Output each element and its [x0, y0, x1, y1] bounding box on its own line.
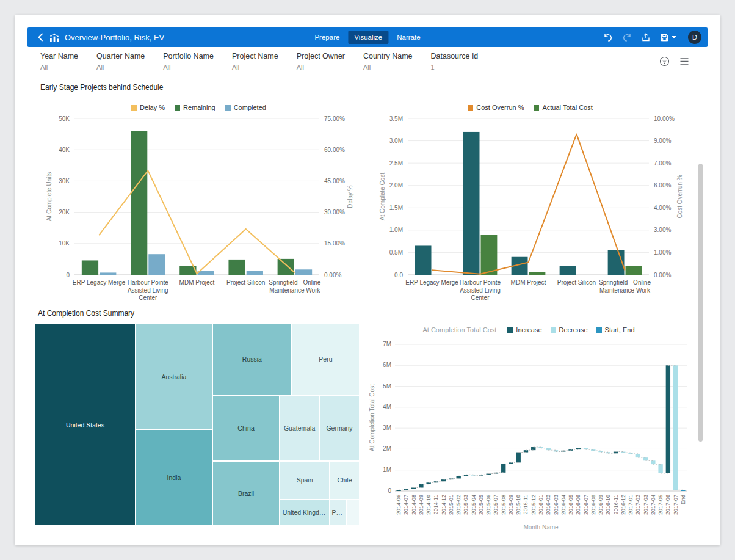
- tab-narrate[interactable]: Narrate: [391, 31, 426, 44]
- treemap-node-cell[interactable]: [347, 500, 360, 526]
- waterfall-bar-end[interactable]: [681, 490, 685, 491]
- treemap-node-china[interactable]: China: [212, 395, 280, 461]
- treemap-node-india[interactable]: India: [136, 429, 212, 526]
- waterfall-bar-2015-08[interactable]: [501, 464, 505, 472]
- filter-project-owner[interactable]: Project OwnerAll: [297, 52, 345, 71]
- treemap-node-peru[interactable]: Peru: [292, 324, 360, 395]
- line-delay[interactable]: [99, 170, 295, 274]
- filter-datasource-id[interactable]: Datasource Id1: [431, 52, 479, 71]
- cost-overrun-actual-cost-chart[interactable]: Cost Overrun %Actual Total Cost0.00.5M1.…: [374, 96, 687, 310]
- chart-logo-icon: [49, 33, 60, 42]
- waterfall-bar-2017-03[interactable]: [643, 457, 648, 460]
- avatar[interactable]: D: [688, 31, 701, 44]
- treemap-node-guatemala[interactable]: Guatemala: [280, 395, 319, 461]
- waterfall-bar-2014-06[interactable]: [396, 490, 400, 491]
- bar-remaining[interactable]: [131, 131, 147, 275]
- y-axis-tick-label: 1M: [383, 467, 391, 473]
- x-axis-tick-label: 2016-12: [620, 495, 626, 515]
- treemap-label: Spain: [295, 476, 314, 484]
- treemap-node-spain[interactable]: Spain: [280, 461, 330, 500]
- waterfall-bar-2017-01[interactable]: [628, 453, 632, 454]
- treemap-node-chile[interactable]: Chile: [330, 461, 360, 500]
- waterfall-bar-2016-12[interactable]: [621, 452, 625, 453]
- delay-remaining-completed-chart[interactable]: Delay %RemainingCompleted010K20K30K40K50…: [40, 96, 357, 310]
- filter-portfolio-name[interactable]: Portfolio NameAll: [163, 52, 214, 71]
- treemap-node-pan[interactable]: Pan...: [330, 500, 347, 526]
- waterfall-bar-2014-08[interactable]: [411, 488, 416, 489]
- bar-remaining[interactable]: [82, 260, 98, 275]
- bar-completed[interactable]: [148, 254, 165, 275]
- treemap-node-brazil[interactable]: Brazil: [212, 461, 280, 526]
- tab-prepare[interactable]: Prepare: [308, 31, 346, 44]
- filter-project-name[interactable]: Project NameAll: [232, 52, 278, 71]
- x-axis-tick-label: 2015-09: [508, 495, 514, 515]
- bar-completed[interactable]: [295, 269, 312, 275]
- bar-remaining[interactable]: [228, 260, 245, 275]
- y-axis-tick-label: 4M: [383, 404, 391, 410]
- filter-quarter-name[interactable]: Quarter NameAll: [96, 52, 145, 71]
- x-axis-tick-label: 2015-11: [523, 495, 529, 514]
- waterfall-bar-2014-10[interactable]: [426, 482, 430, 484]
- waterfall-bar-2017-02[interactable]: [636, 454, 640, 457]
- bar-actual-total-cost[interactable]: [529, 272, 546, 275]
- bar-at-complete-cost[interactable]: [463, 132, 480, 275]
- waterfall-bar-2015-11[interactable]: [524, 450, 528, 452]
- vertical-scrollbar[interactable]: [698, 164, 703, 442]
- x-axis-tick-label: 2017-03: [643, 495, 649, 515]
- x-axis-tick-label: 2016-02: [545, 495, 551, 515]
- y-axis-tick-label: 20K: [59, 209, 70, 216]
- x-axis-tick-label: 2014-11: [433, 495, 439, 514]
- treemap-node-united-kingdom[interactable]: United Kingdom: [280, 500, 330, 526]
- filter-value: All: [163, 64, 214, 71]
- treemap-label: India: [166, 474, 183, 481]
- treemap-node-germany[interactable]: Germany: [319, 395, 360, 461]
- x-category-label: Springfield - Online Maintenance Work: [596, 279, 654, 294]
- back-icon: [36, 32, 46, 42]
- bar-actual-total-cost[interactable]: [626, 266, 642, 275]
- bar-completed[interactable]: [100, 272, 116, 275]
- filter-year-name[interactable]: Year NameAll: [40, 52, 78, 71]
- bar-at-complete-cost[interactable]: [560, 266, 576, 275]
- waterfall-bar-2015-10[interactable]: [516, 453, 521, 463]
- waterfall-bar-2017-04[interactable]: [651, 460, 655, 464]
- waterfall-bar-2017-07[interactable]: [673, 365, 678, 490]
- tab-visualize[interactable]: Visualize: [348, 31, 388, 44]
- filter-country-name[interactable]: Country NameAll: [363, 52, 413, 71]
- y2-axis-tick-label: 7.00%: [654, 160, 671, 167]
- treemap-node-australia[interactable]: Australia: [136, 324, 212, 429]
- bar-remaining[interactable]: [278, 259, 294, 275]
- waterfall-bar-2015-12[interactable]: [531, 447, 535, 450]
- monthly-cost-waterfall-chart[interactable]: At Completion Total CostIncreaseDecrease…: [364, 325, 693, 529]
- delay-chart-plot: 010K20K30K40K50K0.00%15.00%30.00%45.00%6…: [40, 96, 357, 310]
- x-axis-tick-label: 2015-05: [478, 495, 484, 515]
- treemap-label: Germany: [325, 424, 353, 432]
- waterfall-bar-2017-06[interactable]: [666, 365, 670, 473]
- waterfall-bar-2014-09[interactable]: [419, 484, 423, 488]
- save-button[interactable]: [660, 33, 676, 42]
- filter-list-button[interactable]: [659, 56, 670, 67]
- x-axis-tick-label: 2015-10: [515, 495, 521, 515]
- x-axis-tick-label: 2016-04: [560, 495, 567, 515]
- bar-actual-total-cost[interactable]: [481, 235, 498, 275]
- waterfall-bar-2015-02[interactable]: [457, 476, 461, 478]
- waterfall-bar-2016-02[interactable]: [546, 448, 551, 450]
- redo-button[interactable]: [622, 32, 632, 42]
- x-axis-tick-label: 2016-08: [590, 495, 596, 515]
- canvas-menu-button[interactable]: [679, 57, 689, 65]
- waterfall-bar-2016-11[interactable]: [614, 452, 618, 454]
- y2-axis-tick-label: 0.00%: [654, 272, 671, 278]
- undo-button[interactable]: [603, 32, 613, 42]
- treemap-node-russia[interactable]: Russia: [212, 324, 292, 395]
- line-cost-overrun[interactable]: [432, 134, 625, 274]
- waterfall-bar-2017-05[interactable]: [658, 464, 662, 473]
- y-axis-tick-label: 10K: [59, 240, 70, 247]
- bar-at-complete-cost[interactable]: [415, 245, 432, 275]
- country-cost-treemap[interactable]: United StatesAustraliaIndiaRussiaPeruChi…: [35, 324, 360, 526]
- bar-completed[interactable]: [247, 271, 263, 275]
- treemap-node-united-states[interactable]: United States: [35, 324, 136, 526]
- x-axis-title: Month Name: [523, 524, 558, 531]
- filter-name: Country Name: [363, 52, 413, 60]
- y2-axis-tick-label: 4.00%: [654, 205, 671, 211]
- back-button[interactable]: [34, 30, 48, 45]
- export-button[interactable]: [641, 32, 651, 42]
